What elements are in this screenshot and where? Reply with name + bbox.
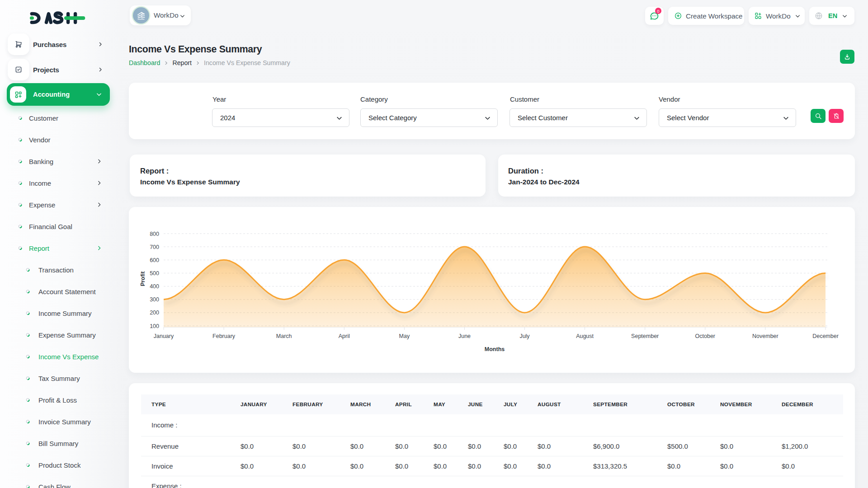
svg-text:February: February [212, 333, 236, 339]
svg-text:August: August [576, 333, 594, 339]
svg-text:Profit: Profit [140, 271, 146, 286]
svg-text:800: 800 [150, 231, 159, 237]
svg-text:September: September [631, 333, 659, 339]
svg-text:700: 700 [150, 244, 159, 250]
svg-text:June: June [458, 333, 471, 339]
svg-text:April: April [339, 333, 350, 339]
svg-text:May: May [399, 333, 410, 339]
svg-text:Months: Months [485, 346, 505, 352]
svg-text:December: December [812, 333, 839, 339]
svg-text:March: March [276, 333, 292, 339]
svg-text:300: 300 [150, 296, 159, 303]
svg-text:July: July [519, 333, 530, 339]
svg-text:400: 400 [150, 283, 159, 290]
svg-text:January: January [154, 333, 174, 339]
svg-text:200: 200 [150, 310, 159, 316]
svg-text:500: 500 [150, 270, 159, 277]
svg-text:October: October [695, 333, 715, 339]
svg-text:100: 100 [150, 323, 159, 329]
svg-text:600: 600 [150, 257, 159, 263]
svg-text:November: November [752, 333, 778, 339]
